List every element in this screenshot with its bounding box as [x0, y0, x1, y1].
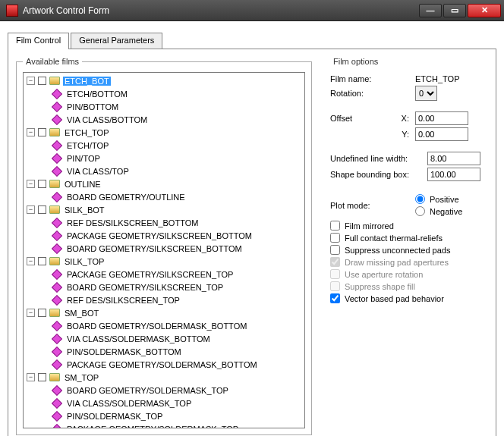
tree-item[interactable]: PACKAGE GEOMETRY/SOLDERMASK_BOTTOM — [40, 358, 303, 371]
tree-folder[interactable]: −ETCH_TOP — [27, 126, 303, 139]
node-label[interactable]: PACKAGE GEOMETRY/SILKSCREEN_BOTTOM — [65, 231, 254, 240]
sbb-input[interactable] — [427, 168, 480, 181]
ulw-input[interactable] — [427, 152, 480, 165]
layer-icon — [52, 346, 62, 356]
folder-checkbox[interactable] — [38, 180, 46, 188]
node-label[interactable]: BOARD GEOMETRY/OUTLINE — [65, 193, 187, 202]
node-label[interactable]: VIA CLASS/SOLDERMASK_BOTTOM — [65, 334, 212, 343]
offset-x-input[interactable] — [415, 111, 468, 125]
tab-general-parameters[interactable]: General Parameters — [71, 33, 162, 49]
rotation-select[interactable]: 0 — [415, 86, 437, 101]
plot-positive-radio[interactable] — [415, 194, 425, 204]
node-label[interactable]: PACKAGE GEOMETRY/SOLDERMASK_TOP — [65, 425, 240, 429]
node-label[interactable]: PIN/SOLDERMASK_TOP — [65, 412, 164, 421]
folder-checkbox[interactable] — [38, 309, 46, 317]
layer-icon — [52, 114, 62, 124]
tree-item[interactable]: BOARD GEOMETRY/SOLDERMASK_BOTTOM — [40, 319, 303, 332]
node-label[interactable]: SILK_BOT — [63, 205, 106, 215]
folder-icon — [49, 77, 60, 85]
node-label[interactable]: PACKAGE GEOMETRY/SILKSCREEN_TOP — [65, 270, 235, 279]
layer-icon — [52, 359, 62, 369]
plot-positive-label: Positive — [430, 195, 459, 204]
node-label[interactable]: SILK_TOP — [63, 257, 106, 266]
node-label[interactable]: BOARD GEOMETRY/SILKSCREEN_BOTTOM — [65, 244, 244, 253]
suppress-unconnected-label: Suppress unconnected pads — [345, 246, 450, 255]
tree-item[interactable]: PACKAGE GEOMETRY/SOLDERMASK_TOP — [40, 422, 303, 428]
tree-folder[interactable]: −OUTLINE — [27, 177, 303, 190]
expand-toggle-icon[interactable]: − — [27, 309, 35, 317]
tree-folder[interactable]: −SILK_TOP — [27, 255, 303, 268]
node-label[interactable]: ETCH_TOP — [63, 128, 110, 137]
node-label[interactable]: REF DES/SILKSCREEN_BOTTOM — [65, 218, 200, 227]
tree-item[interactable]: BOARD GEOMETRY/SILKSCREEN_BOTTOM — [40, 242, 303, 255]
node-label[interactable]: PIN/BOTTOM — [65, 102, 120, 111]
thermal-checkbox[interactable] — [330, 233, 340, 243]
suppress-unconnected-checkbox[interactable] — [330, 245, 340, 255]
folder-icon — [49, 373, 60, 381]
maximize-button[interactable]: ▭ — [443, 4, 466, 17]
tree-item[interactable]: PIN/SOLDERMASK_TOP — [40, 409, 303, 422]
tree-item[interactable]: PACKAGE GEOMETRY/SILKSCREEN_BOTTOM — [40, 229, 303, 242]
folder-checkbox[interactable] — [38, 77, 46, 85]
node-label[interactable]: PIN/SOLDERMASK_BOTTOM — [65, 347, 183, 356]
film-mirrored-checkbox[interactable] — [330, 221, 340, 231]
expand-toggle-icon[interactable]: − — [27, 373, 35, 381]
node-label[interactable]: REF DES/SILKSCREEN_TOP — [65, 296, 181, 305]
tree-item[interactable]: ETCH/BOTTOM — [40, 87, 303, 100]
tree-item[interactable]: PIN/SOLDERMASK_BOTTOM — [40, 345, 303, 358]
tree-item[interactable]: VIA CLASS/SOLDERMASK_BOTTOM — [40, 332, 303, 345]
node-label[interactable]: ETCH_BOT — [63, 77, 111, 86]
folder-icon — [49, 257, 60, 265]
node-label[interactable]: BOARD GEOMETRY/SILKSCREEN_TOP — [65, 283, 225, 292]
node-label[interactable]: SM_BOT — [63, 309, 100, 318]
node-label[interactable]: SM_TOP — [63, 373, 100, 382]
tree-item[interactable]: BOARD GEOMETRY/OUTLINE — [40, 190, 303, 203]
node-label[interactable]: PIN/TOP — [65, 154, 102, 163]
film-mirrored-label: Film mirrored — [345, 221, 394, 231]
tree-item[interactable]: ETCH/TOP — [40, 139, 303, 152]
plot-negative-label: Negative — [430, 207, 462, 216]
node-label[interactable]: BOARD GEOMETRY/SOLDERMASK_TOP — [65, 386, 230, 395]
tree-item[interactable]: REF DES/SILKSCREEN_TOP — [40, 293, 303, 306]
offset-y-input[interactable] — [415, 127, 468, 141]
expand-toggle-icon[interactable]: − — [27, 205, 35, 214]
node-label[interactable]: VIA CLASS/SOLDERMASK_TOP — [65, 399, 193, 408]
tree-item[interactable]: VIA CLASS/TOP — [40, 165, 303, 177]
suppress-shape-checkbox — [330, 281, 340, 291]
node-label[interactable]: VIA CLASS/TOP — [65, 167, 131, 176]
plot-negative-radio[interactable] — [415, 206, 425, 216]
tree-item[interactable]: VIA CLASS/BOTTOM — [40, 113, 303, 126]
tree-item[interactable]: BOARD GEOMETRY/SOLDERMASK_TOP — [40, 384, 303, 397]
node-label[interactable]: ETCH/TOP — [65, 141, 110, 150]
tree-folder[interactable]: −SM_TOP — [27, 371, 303, 384]
folder-checkbox[interactable] — [38, 205, 46, 214]
tree-item[interactable]: VIA CLASS/SOLDERMASK_TOP — [40, 397, 303, 409]
tree-item[interactable]: PACKAGE GEOMETRY/SILKSCREEN_TOP — [40, 268, 303, 281]
expand-toggle-icon[interactable]: − — [27, 77, 35, 85]
node-label[interactable]: PACKAGE GEOMETRY/SOLDERMASK_BOTTOM — [65, 360, 259, 369]
expand-toggle-icon[interactable]: − — [27, 128, 35, 136]
close-button[interactable]: ✕ — [468, 4, 501, 17]
node-label[interactable]: VIA CLASS/BOTTOM — [65, 115, 149, 124]
plot-mode-label: Plot mode: — [330, 201, 415, 210]
folder-checkbox[interactable] — [38, 128, 46, 136]
node-label[interactable]: ETCH/BOTTOM — [65, 89, 129, 99]
tree-item[interactable]: BOARD GEOMETRY/SILKSCREEN_TOP — [40, 281, 303, 293]
tree-item[interactable]: PIN/BOTTOM — [40, 100, 303, 113]
node-label[interactable]: BOARD GEOMETRY/SOLDERMASK_BOTTOM — [65, 322, 248, 331]
tab-film-control[interactable]: Film Control — [8, 33, 69, 49]
tree-folder[interactable]: −ETCH_BOT — [27, 74, 303, 87]
tree-folder[interactable]: −SM_BOT — [27, 306, 303, 319]
sbb-label: Shape bounding box: — [330, 170, 427, 179]
film-tree[interactable]: −ETCH_BOTETCH/BOTTOMPIN/BOTTOMVIA CLASS/… — [23, 72, 305, 428]
expand-toggle-icon[interactable]: − — [27, 180, 35, 188]
folder-checkbox[interactable] — [38, 373, 46, 381]
folder-checkbox[interactable] — [38, 257, 46, 265]
tree-item[interactable]: REF DES/SILKSCREEN_BOTTOM — [40, 216, 303, 229]
tree-folder[interactable]: −SILK_BOT — [27, 203, 303, 216]
node-label[interactable]: OUTLINE — [63, 180, 102, 189]
minimize-button[interactable]: — — [419, 4, 442, 17]
vector-pad-checkbox[interactable] — [330, 293, 340, 303]
expand-toggle-icon[interactable]: − — [27, 257, 35, 265]
tree-item[interactable]: PIN/TOP — [40, 152, 303, 165]
